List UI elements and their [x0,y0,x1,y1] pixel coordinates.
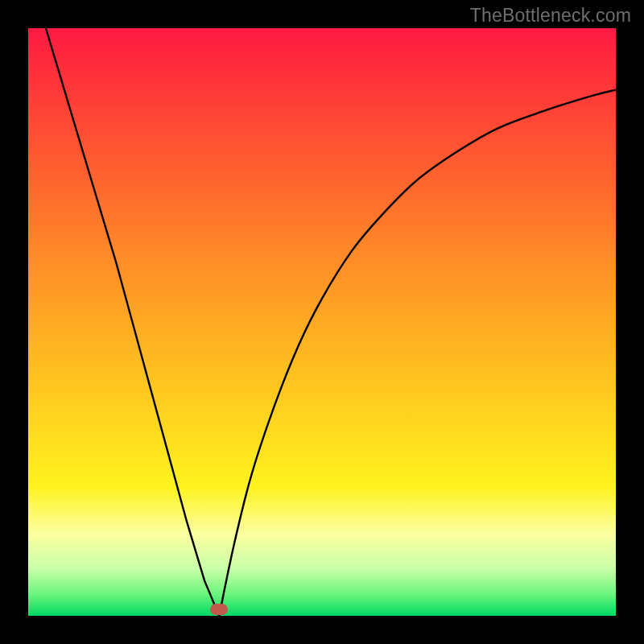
curve-left-branch [46,28,219,616]
plot-area [28,28,616,616]
curve-layer [28,28,616,616]
minimum-marker [210,604,228,615]
watermark-text: TheBottleneck.com [470,5,631,27]
curve-right-branch [219,90,616,616]
chart-frame: TheBottleneck.com [0,0,644,644]
